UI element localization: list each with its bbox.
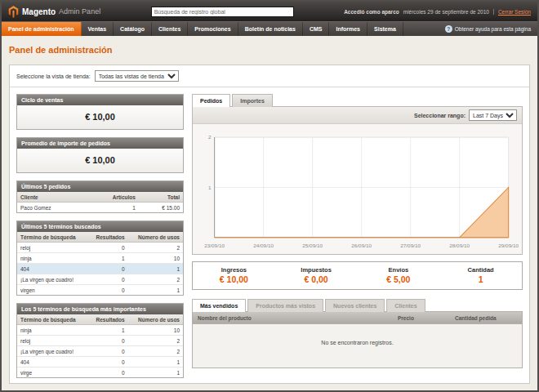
sales-cycle-value: € 10,00 — [17, 105, 183, 129]
grid-tab: Clientes — [386, 299, 425, 312]
grid-column-header: Cantidad pedida — [450, 312, 522, 323]
dashboard-panel: Seleccione la vista de tienda: Todas las… — [9, 65, 530, 384]
nav-item-promociones[interactable]: Promociones — [188, 22, 238, 36]
column-header: Número de usos — [128, 314, 183, 325]
svg-text:27/09/10: 27/09/10 — [400, 243, 421, 248]
svg-text:28/09/10: 28/09/10 — [449, 243, 470, 248]
grid-tab: Productos más vistos — [247, 299, 323, 312]
chart-tab[interactable]: Importes — [232, 94, 273, 107]
logo-suffix-text: Admin Panel — [59, 7, 100, 16]
magento-admin-window: Magento Admin Panel Accedió como aparco … — [0, 0, 539, 392]
table-row[interactable]: ninja110 — [17, 253, 183, 264]
stat-cell: Envíos€ 5,00 — [358, 266, 440, 284]
svg-text:29/09/10: 29/09/10 — [498, 243, 519, 248]
range-bar: Seleccionar rango: Last 7 Days — [193, 107, 522, 124]
nav-item-panel-de-administraci-n[interactable]: Panel de administración — [2, 22, 82, 36]
logout-link[interactable]: Cerrar Sesión — [493, 9, 531, 15]
logged-in-text: Accedió como aparco — [344, 9, 399, 15]
stat-cell: Cantidad1 — [439, 266, 522, 284]
grid-tabs: Más vendidosProductos más vistosNuevos c… — [192, 299, 523, 312]
products-grid: Nombre del productoPrecioCantidad pedida… — [192, 311, 523, 368]
table-row[interactable]: 40401 — [17, 357, 183, 368]
box-title: Los 5 términos de búsqueda más important… — [17, 304, 183, 314]
nav-item-ventas[interactable]: Ventas — [82, 22, 114, 36]
chart-area: 23/09/1024/09/1025/09/1026/09/1027/09/10… — [193, 124, 522, 254]
help-link[interactable]: Obtener ayuda para esta página — [455, 26, 531, 32]
top-search-table: Término de búsquedaResultadosNúmero de u… — [17, 314, 183, 377]
page-title: Panel de administración — [9, 45, 530, 55]
table-row[interactable]: Paco Gomez1€ 15.00 — [17, 203, 183, 213]
nav-item-cms[interactable]: CMS — [303, 22, 330, 36]
table-row[interactable]: virge01 — [17, 368, 183, 378]
table-row[interactable]: reloj02 — [17, 243, 183, 253]
last-search-terms-box: Últimos 5 términos buscados Término de b… — [16, 220, 184, 296]
nav-item-cat-logo[interactable]: Catálogo — [114, 22, 152, 36]
box-title: Últimos 5 términos buscados — [17, 221, 183, 232]
column-header: Resultados — [87, 232, 127, 243]
magento-logo[interactable]: Magento Admin Panel — [8, 6, 100, 18]
last-search-table: Término de búsquedaResultadosNúmero de u… — [17, 232, 183, 295]
grid-tab: Nuevos clientes — [325, 299, 385, 312]
content-area: Panel de administración Seleccione la vi… — [2, 36, 537, 390]
global-search-input[interactable] — [151, 7, 294, 17]
main-nav: Panel de administraciónVentasCatálogoCli… — [2, 21, 537, 36]
svg-text:23/09/10: 23/09/10 — [204, 243, 225, 248]
sales-cycle-box: Ciclo de ventas € 10,00 — [16, 94, 184, 130]
store-view-select[interactable]: Todas las vistas de tienda — [95, 70, 179, 82]
chart-tab[interactable]: Pedidos — [192, 94, 230, 107]
stat-cell: Ingresos€ 10,00 — [193, 266, 275, 284]
chart-tabs: PedidosImportes — [192, 94, 523, 107]
nav-items: Panel de administraciónVentasCatálogoCli… — [2, 22, 403, 36]
grid-tab[interactable]: Más vendidos — [192, 299, 246, 312]
avg-order-box: Promedio de importe de pedidos € 10,00 — [16, 137, 184, 173]
top-search-terms-box: Los 5 términos de búsqueda más important… — [16, 303, 184, 378]
svg-text:1: 1 — [208, 185, 212, 190]
global-search — [107, 7, 337, 17]
logo-brand-text: Magento — [22, 7, 56, 16]
column-header: Resultados — [87, 314, 127, 325]
totals-row: Ingresos€ 10,00Impuestos€ 0,00Envíos€ 5,… — [192, 261, 523, 290]
range-select[interactable]: Last 7 Days — [469, 109, 517, 121]
box-title: Ciclo de ventas — [17, 95, 183, 105]
grid-column-header: Precio — [393, 312, 450, 323]
table-row[interactable]: 40401 — [17, 264, 183, 274]
orders-chart-panel: Seleccionar rango: Last 7 Days 23/09/102… — [192, 106, 523, 255]
left-column: Ciclo de ventas € 10,00 Promedio de impo… — [16, 94, 184, 376]
top-header: Magento Admin Panel Accedió como aparco … — [2, 2, 537, 21]
dashboard-body: Ciclo de ventas € 10,00 Promedio de impo… — [10, 87, 529, 383]
box-title: Últimos 5 pedidos — [17, 181, 183, 192]
avg-order-value: € 10,00 — [17, 149, 183, 172]
nav-item-bolet-n-de-noticias[interactable]: Boletín de noticias — [238, 22, 303, 36]
stat-cell: Impuestos€ 0,00 — [275, 266, 358, 284]
svg-text:24/09/10: 24/09/10 — [253, 243, 274, 248]
column-header: Término de búsqueda — [17, 232, 87, 243]
help-area: ? Obtener ayuda para esta página — [445, 22, 537, 36]
right-column: PedidosImportes Seleccionar rango: Last … — [192, 94, 523, 376]
column-header: Cliente — [17, 192, 85, 203]
table-row[interactable]: reloj02 — [17, 336, 183, 346]
table-row[interactable]: ninja110 — [17, 325, 183, 336]
empty-message: No se encontraron registros. — [193, 323, 522, 368]
store-view-label: Seleccione la vista de tienda: — [16, 74, 91, 79]
nav-item-informes[interactable]: Informes — [329, 22, 368, 36]
svg-text:2: 2 — [208, 134, 212, 140]
grid-column-header: Nombre del producto — [193, 312, 393, 323]
column-header: Número de usos — [128, 232, 183, 243]
nav-item-clientes[interactable]: Clientes — [152, 22, 188, 36]
svg-text:26/09/10: 26/09/10 — [351, 243, 372, 248]
range-label: Seleccionar rango: — [414, 113, 466, 118]
column-header: Artículos — [85, 192, 139, 203]
help-icon: ? — [445, 25, 452, 33]
box-title: Promedio de importe de pedidos — [17, 138, 183, 149]
table-row[interactable]: virgen01 — [17, 285, 183, 296]
grid-header-row: Nombre del productoPrecioCantidad pedida — [193, 312, 522, 323]
store-view-row: Seleccione la vista de tienda: Todas las… — [10, 65, 529, 87]
last-orders-table: ClienteArtículosTotalPaco Gomez1€ 15.00 — [17, 192, 183, 212]
nav-item-sistema[interactable]: Sistema — [368, 22, 403, 36]
orders-chart: 23/09/1024/09/1025/09/1026/09/1027/09/10… — [196, 129, 519, 254]
date-text: miércoles 29 de septiembre de 2010 — [403, 9, 489, 15]
table-row[interactable]: ¡La virgen que cuadro!02 — [17, 346, 183, 357]
last-orders-box: Últimos 5 pedidos ClienteArtículosTotalP… — [16, 180, 184, 213]
table-row[interactable]: ¡La virgen que cuadro!02 — [17, 274, 183, 285]
column-header: Término de búsqueda — [17, 314, 87, 325]
